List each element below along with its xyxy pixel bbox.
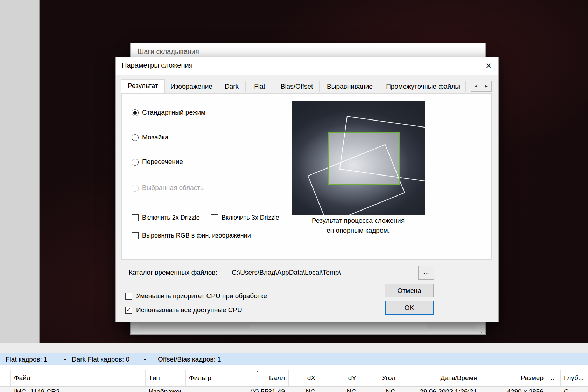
column-separator — [399, 370, 399, 386]
status-segment: Flat кадров: 1 — [6, 356, 48, 363]
radio-label-custom-rectangle: Выбранная область — [142, 184, 204, 192]
tab-image[interactable]: Изображение — [165, 81, 218, 92]
lower-strip — [0, 343, 588, 353]
cell-dx: NC — [292, 388, 315, 392]
column-header-dots[interactable]: .. — [551, 370, 557, 386]
column-header-type[interactable]: Тип — [149, 370, 182, 386]
status-segment: Offset/Bias кадров: 1 — [158, 356, 221, 363]
column-separator — [186, 370, 186, 386]
column-header-depth[interactable]: Глуб... — [564, 370, 584, 386]
tab-flat[interactable]: Flat — [245, 81, 274, 92]
checkbox-label-2x-drizzle: Включить 2x Drizzle — [142, 214, 200, 221]
cell-angle: NC — [363, 388, 396, 392]
radio-label-intersection: Пересечение — [142, 158, 183, 166]
column-header-angle[interactable]: Угол — [363, 370, 396, 386]
close-icon[interactable]: ✕ — [483, 60, 495, 71]
preview-stars — [292, 101, 292, 102]
status-segment: Dark Flat кадров: 0 — [72, 356, 130, 363]
column-header-size[interactable]: Размер — [484, 370, 544, 386]
radio-dot — [133, 111, 137, 115]
checkbox-align-rgb[interactable] — [132, 232, 139, 239]
tab-result[interactable]: Результат — [121, 79, 165, 93]
column-separator — [319, 370, 319, 386]
status-bar: Flat кадров: 1-Dark Flat кадров: 0-Offse… — [0, 353, 588, 365]
checkbox-use-all-cpu[interactable]: ✓ — [125, 307, 132, 314]
preview-caption-line1: Результат процесса сложения — [292, 216, 425, 226]
stacking-preview-image — [292, 101, 425, 215]
reference-frame-rect — [328, 132, 400, 185]
dialog-title: Параметры сложения — [122, 61, 193, 69]
tempdir-label: Каталог временных файлов: — [129, 269, 217, 276]
tab-intermediate-files[interactable]: Промежуточные файлы — [380, 81, 466, 92]
column-separator — [360, 370, 360, 386]
table-row[interactable]: IMG_1149.CR2Изображение(X) 5531.49NCNCNC… — [0, 387, 588, 392]
column-separator — [481, 370, 481, 386]
column-header-filter[interactable]: Фильтр — [189, 370, 223, 386]
checkbox-label-3x-drizzle: Включить 3x Drizzle — [222, 214, 279, 221]
cell-filter — [189, 388, 223, 392]
stars — [40, 0, 40, 0]
sort-chevron-icon: ⌄ — [255, 369, 259, 372]
cell-score: (X) 5531.49 — [230, 388, 285, 392]
radio-mosaic[interactable] — [132, 134, 139, 141]
cell-type: Изображение — [149, 388, 182, 392]
checkbox-label-align-rgb: Выровнять RGB в фин. изображении — [142, 232, 251, 239]
cell-size: 4290 x 2856 — [484, 388, 544, 392]
cell-dy: NC — [322, 388, 356, 392]
column-separator — [288, 370, 289, 386]
tab-bias-offset[interactable]: Bias/Offset — [274, 81, 320, 92]
stacking-steps-title: Шаги складывания — [138, 48, 199, 56]
column-header-dy[interactable]: dY — [322, 370, 356, 386]
column-separator — [10, 370, 11, 386]
checkbox-reduce-cpu-priority[interactable] — [125, 293, 132, 300]
column-header-dx[interactable]: dX — [292, 370, 315, 386]
checkbox-2x-drizzle[interactable] — [132, 214, 139, 221]
cancel-button[interactable]: Отмена — [385, 284, 434, 297]
cell-depth: С... — [564, 388, 584, 392]
status-segment: - — [64, 356, 66, 363]
background-bar-right — [427, 324, 476, 329]
tab-alignment[interactable]: Выравнивание — [320, 81, 380, 92]
radio-standard-mode[interactable] — [132, 109, 139, 116]
background-progress-bar — [139, 324, 250, 329]
file-list: IMG_1149.CR2Изображение(X) 5531.49NCNCNC… — [0, 365, 588, 392]
screen: Шаги складывания Параметры сложения ✕ ◂ … — [0, 0, 588, 392]
radio-label-mosaic: Мозайка — [142, 133, 169, 141]
stacking-parameters-dialog: Параметры сложения ✕ ◂ ▸ РезультатИзобра… — [115, 57, 499, 322]
tab-strip: ◂ ▸ РезультатИзображениеDarkFlatBias/Off… — [116, 78, 498, 94]
cell-select — [4, 388, 7, 392]
column-separator — [560, 370, 561, 386]
column-header-select[interactable] — [4, 370, 7, 386]
checkbox-label-use-all-cpu: Использовать все доступные CPU — [136, 306, 242, 314]
cell-datetime: 29.06.2022 1:26:21 — [402, 388, 477, 392]
cell-dots — [551, 388, 557, 392]
column-separator — [145, 370, 146, 386]
browse-button[interactable]: ... — [418, 266, 434, 280]
status-segment: - — [144, 356, 146, 363]
tab-scroll-left-icon[interactable]: ◂ — [471, 81, 481, 91]
column-separator — [227, 370, 227, 386]
checkbox-3x-drizzle[interactable] — [211, 214, 218, 221]
tab-scroll-right-icon[interactable]: ▸ — [481, 81, 491, 91]
desktop-left-panel — [0, 0, 40, 343]
tab-dark[interactable]: Dark — [218, 81, 245, 92]
preview-caption: Результат процесса сложения ен опорным к… — [292, 216, 425, 235]
tab-scroll-buttons: ◂ ▸ — [471, 81, 492, 92]
column-separator — [547, 370, 547, 386]
column-header-datetime[interactable]: Дата/Время — [402, 370, 477, 386]
radio-custom-rectangle — [132, 185, 139, 192]
radio-intersection[interactable] — [132, 159, 139, 166]
resize-grip-icon[interactable] — [479, 327, 485, 333]
radio-label-standard-mode: Стандартный режим — [142, 109, 205, 116]
checkbox-label-reduce-cpu-priority: Уменьшить приоритет CPU при обработке — [136, 292, 267, 300]
ok-button[interactable]: OK — [385, 301, 434, 315]
preview-caption-line2: ен опорным кадром. — [292, 226, 425, 235]
column-header-file[interactable]: Файл — [14, 370, 142, 386]
cell-file: IMG_1149.CR2 — [14, 388, 142, 392]
tempdir-path: C:\Users\Влад\AppData\Local\Temp\ — [232, 269, 341, 276]
